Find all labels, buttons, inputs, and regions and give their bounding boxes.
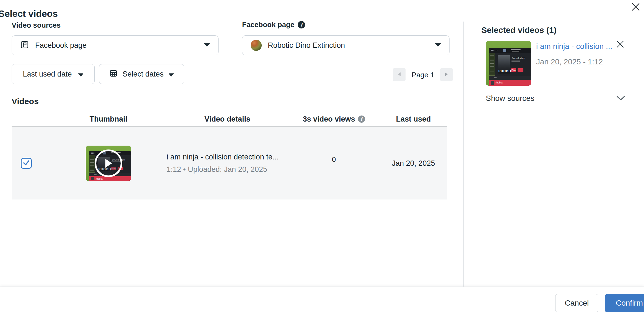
confirm-button[interactable]: Confirm	[605, 294, 644, 312]
selected-video-meta: Jan 20, 2025 - 1:12	[536, 57, 603, 66]
selected-video-link[interactable]: i am ninja - collision ...	[536, 42, 615, 51]
caret-down-icon	[78, 70, 84, 78]
video-meta: 1:12 • Uploaded: Jan 20, 2025	[167, 165, 288, 174]
video-thumbnail[interactable]: PHOBIA Soundridem Play Phobia	[86, 146, 131, 181]
remove-selected-button[interactable]	[616, 40, 625, 49]
thumbnail-column-header: Thumbnail	[50, 115, 167, 124]
thumb-playlist-title: Soundridem	[511, 57, 525, 60]
row-checkbox[interactable]	[21, 158, 32, 169]
video-title: i am ninja - collision detection te...	[167, 153, 288, 161]
remove-icon	[616, 45, 625, 49]
close-button[interactable]	[627, 0, 644, 15]
videos-heading: Videos	[12, 97, 39, 106]
video-last-used: Jan 20, 2025	[380, 159, 447, 168]
thumb-album-title: PHOBIA	[498, 69, 512, 73]
thumb-track-title: Phobia	[95, 177, 103, 180]
video-sources-label: Video sources	[12, 21, 61, 30]
facebook-page-label: Facebook page	[242, 20, 294, 29]
date-range-label: Select dates	[123, 70, 164, 78]
page-indicator: Page 1	[406, 71, 440, 79]
details-column-header: Video details	[167, 115, 288, 124]
show-sources-label: Show sources	[486, 94, 534, 103]
facebook-page-dropdown[interactable]: Robotic Dino Extinction	[242, 35, 450, 55]
video-sources-value: Facebook page	[35, 41, 87, 50]
selected-videos-panel: Selected videos (1) PHOBIA Soundridem Pl…	[463, 22, 644, 287]
caret-down-icon	[435, 43, 441, 48]
play-overlay-icon[interactable]	[95, 149, 122, 177]
arrow-right-icon	[444, 72, 449, 78]
facebook-page-value: Robotic Dino Extinction	[268, 41, 345, 50]
cancel-button[interactable]: Cancel	[555, 294, 598, 312]
views-column-header: 3s video views i	[288, 115, 380, 124]
caret-down-icon	[168, 70, 174, 78]
next-page-button[interactable]	[440, 68, 453, 81]
videos-table: Thumbnail Video details 3s video views i…	[12, 112, 447, 200]
table-row[interactable]: PHOBIA Soundridem Play Phobia i am ninja…	[12, 127, 447, 200]
check-icon	[22, 159, 30, 168]
arrow-left-icon	[397, 72, 401, 78]
page-title: Select videos	[0, 6, 58, 21]
calendar-icon	[109, 69, 118, 79]
page-avatar	[251, 40, 262, 51]
selected-videos-heading: Selected videos (1)	[481, 25, 557, 35]
chevron-down-icon	[616, 96, 625, 102]
sort-label: Last used date	[23, 70, 72, 78]
info-icon[interactable]: i	[358, 116, 365, 123]
lastused-column-header: Last used	[380, 115, 447, 124]
table-header-row: Thumbnail Video details 3s video views i…	[12, 112, 447, 127]
close-icon	[631, 2, 641, 13]
video-views: 0	[288, 155, 380, 164]
footer-bar: Cancel Confirm	[0, 287, 644, 315]
selected-video-thumbnail: PHOBIA Soundridem Play Phobia	[486, 41, 531, 86]
info-icon[interactable]: i	[298, 21, 305, 28]
thumb-track-title: Phobia	[495, 81, 503, 84]
date-range-button[interactable]: Select dates	[99, 64, 184, 84]
caret-down-icon	[204, 43, 210, 48]
thumb-play-button: Play	[511, 68, 516, 72]
prev-page-button[interactable]	[393, 68, 406, 81]
video-sources-dropdown[interactable]: Facebook page	[12, 35, 219, 55]
sort-dropdown-button[interactable]: Last used date	[12, 64, 95, 84]
page-flag-icon	[20, 40, 29, 50]
